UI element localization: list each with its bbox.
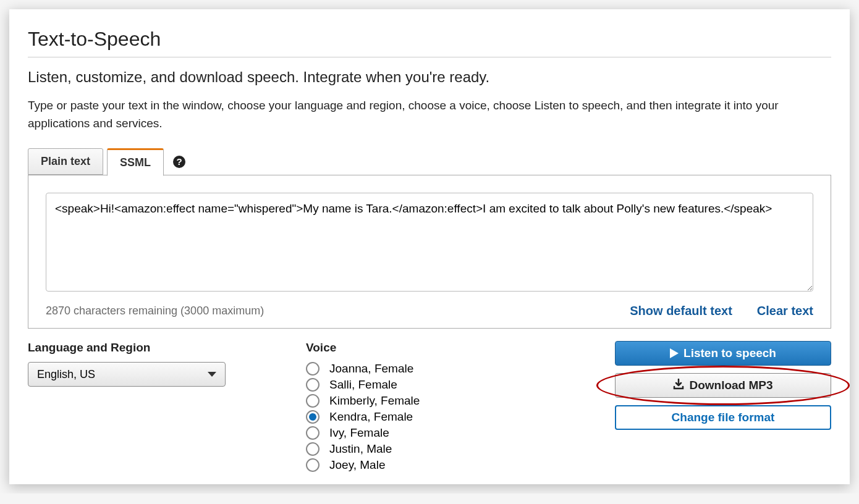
show-default-text-button[interactable]: Show default text (630, 304, 732, 318)
download-icon (673, 379, 684, 393)
editor-footer: 2870 characters remaining (3000 maximum)… (46, 304, 813, 318)
language-label: Language and Region (28, 341, 306, 355)
voice-option[interactable]: Justin, Male (306, 442, 572, 456)
tab-ssml[interactable]: SSML (107, 148, 164, 176)
controls-row: Language and Region English, US Voice Jo… (28, 341, 831, 472)
radio-icon (306, 362, 319, 376)
listen-label: Listen to speech (683, 346, 776, 360)
voice-option-label: Justin, Male (329, 442, 392, 456)
voice-option[interactable]: Salli, Female (306, 378, 572, 392)
tab-content: 2870 characters remaining (3000 maximum)… (28, 175, 831, 329)
voice-column: Voice Joanna, FemaleSalli, FemaleKimberl… (306, 341, 572, 472)
download-label: Download MP3 (689, 379, 772, 392)
subtitle: Listen, customize, and download speech. … (28, 69, 831, 86)
voice-option-label: Kimberly, Female (329, 394, 420, 408)
help-icon[interactable]: ? (172, 155, 186, 169)
radio-icon (306, 410, 319, 424)
tabs-row: Plain text SSML ? (28, 148, 831, 175)
instructions: Type or paste your text in the window, c… (28, 97, 831, 132)
download-highlight: Download MP3 (615, 373, 831, 398)
svg-text:?: ? (176, 156, 182, 167)
clear-text-button[interactable]: Clear text (757, 304, 813, 318)
voice-option[interactable]: Kendra, Female (306, 410, 572, 424)
play-icon (670, 348, 679, 358)
editor-link-actions: Show default text Clear text (630, 304, 813, 318)
ssml-input[interactable] (46, 193, 813, 292)
voice-option-label: Joey, Male (329, 458, 385, 472)
voice-option[interactable]: Joanna, Female (306, 362, 572, 376)
voice-option[interactable]: Kimberly, Female (306, 394, 572, 408)
radio-icon (306, 426, 319, 440)
voice-option-label: Kendra, Female (329, 410, 413, 424)
language-selected: English, US (37, 368, 95, 381)
change-format-button[interactable]: Change file format (615, 405, 831, 430)
language-column: Language and Region English, US (28, 341, 306, 472)
radio-icon (306, 394, 319, 408)
page-title: Text-to-Speech (28, 28, 831, 51)
voice-option-label: Ivy, Female (329, 426, 389, 440)
radio-icon (306, 442, 319, 456)
voice-list: Joanna, FemaleSalli, FemaleKimberly, Fem… (306, 362, 572, 472)
radio-icon (306, 378, 319, 392)
tab-plain-text[interactable]: Plain text (28, 148, 103, 175)
tts-panel: Text-to-Speech Listen, customize, and do… (9, 9, 850, 484)
actions-column: Listen to speech Download MP3 Change fil… (572, 341, 831, 472)
chevron-down-icon (208, 372, 216, 377)
voice-option[interactable]: Ivy, Female (306, 426, 572, 440)
chars-remaining: 2870 characters remaining (3000 maximum) (46, 304, 264, 317)
voice-option-label: Salli, Female (329, 378, 397, 392)
language-dropdown[interactable]: English, US (28, 362, 226, 387)
download-mp3-button[interactable]: Download MP3 (615, 373, 831, 398)
radio-icon (306, 458, 319, 472)
voice-option[interactable]: Joey, Male (306, 458, 572, 472)
voice-option-label: Joanna, Female (329, 362, 413, 376)
title-divider (28, 57, 831, 57)
listen-button[interactable]: Listen to speech (615, 341, 831, 366)
voice-label: Voice (306, 341, 572, 355)
